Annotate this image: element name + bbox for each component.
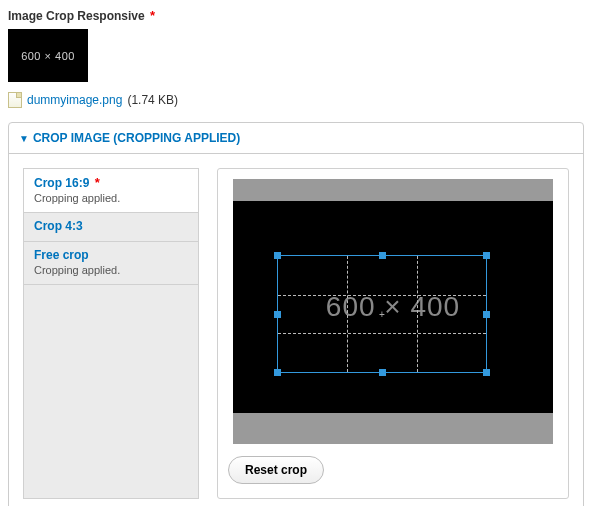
field-label: Image Crop Responsive * [8,8,584,23]
crop-panel-title: CROP IMAGE (CROPPING APPLIED) [33,131,240,145]
crop-selection[interactable]: + [277,255,487,373]
grid-line [417,256,418,372]
file-size: (1.74 KB) [127,93,178,107]
resize-handle-se[interactable] [483,369,490,376]
field-label-text: Image Crop Responsive [8,9,145,23]
file-icon [8,92,22,108]
resize-handle-sw[interactable] [274,369,281,376]
tab-spacer [24,285,198,498]
tab-free-crop[interactable]: Free crop Cropping applied. [24,242,198,285]
crop-panel-body: Crop 16:9 * Cropping applied. Crop 4:3 F… [9,153,583,506]
resize-handle-s[interactable] [379,369,386,376]
tab-status: Cropping applied. [34,264,188,276]
tab-label: Crop 4:3 [34,219,188,233]
crop-panel-header[interactable]: ▼ CROP IMAGE (CROPPING APPLIED) [9,123,583,153]
file-info: dummyimage.png (1.74 KB) [8,92,584,108]
tab-crop-4-3[interactable]: Crop 4:3 [24,213,198,242]
crop-workspace: 600 × 400 + Reset [217,168,569,499]
crop-panel: ▼ CROP IMAGE (CROPPING APPLIED) Crop 16:… [8,122,584,506]
tab-status: Cropping applied. [34,192,188,204]
required-marker: * [95,175,100,190]
thumbnail-text: 600 × 400 [21,50,75,62]
center-marker: + [379,309,385,320]
grid-line [347,256,348,372]
thumbnail-preview: 600 × 400 [8,29,88,82]
file-link[interactable]: dummyimage.png [27,93,122,107]
resize-handle-e[interactable] [483,311,490,318]
tab-label: Crop 16:9 * [34,175,188,190]
required-marker: * [150,8,155,23]
tab-crop-16-9[interactable]: Crop 16:9 * Cropping applied. [24,169,198,213]
reset-crop-button[interactable]: Reset crop [228,456,324,484]
crop-tabs: Crop 16:9 * Cropping applied. Crop 4:3 F… [23,168,199,499]
grid-line [278,333,486,334]
resize-handle-n[interactable] [379,252,386,259]
resize-handle-nw[interactable] [274,252,281,259]
resize-handle-ne[interactable] [483,252,490,259]
crop-viewport: 600 × 400 + [233,179,553,444]
chevron-down-icon: ▼ [19,133,29,144]
grid-line [278,295,486,296]
tab-label: Free crop [34,248,188,262]
resize-handle-w[interactable] [274,311,281,318]
